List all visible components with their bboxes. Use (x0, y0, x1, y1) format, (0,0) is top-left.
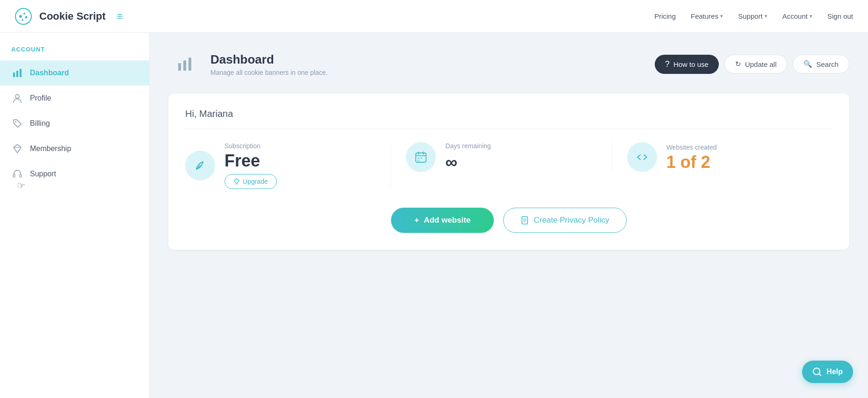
svg-marker-10 (14, 145, 21, 153)
sidebar-item-dashboard[interactable]: Dashboard (0, 60, 149, 86)
document-icon (521, 216, 529, 224)
update-all-button[interactable]: ↻ Update all (724, 55, 788, 73)
nav-left: Cookie Script ≡ (15, 8, 123, 25)
cursor-hand-icon: ☞ (16, 180, 26, 192)
websites-created-value: 1 of 2 (666, 154, 717, 171)
svg-rect-23 (420, 158, 422, 159)
sidebar-item-membership-label: Membership (30, 145, 71, 153)
svg-rect-5 (13, 72, 15, 77)
question-circle-icon: ? (665, 59, 670, 69)
page-header: Dashboard Manage all cookie banners in o… (168, 48, 849, 80)
account-chevron-icon: ▾ (810, 13, 812, 19)
svg-rect-12 (13, 174, 15, 177)
how-to-use-button[interactable]: ? How to use (655, 55, 719, 74)
websites-created-stat: Websites created 1 of 2 (612, 142, 832, 172)
sidebar: ACCOUNT Dashboard Profile (0, 33, 150, 398)
svg-rect-22 (418, 158, 420, 159)
svg-point-8 (15, 94, 19, 98)
search-icon: 🔍 (803, 60, 812, 68)
svg-point-4 (22, 19, 23, 21)
sidebar-item-profile[interactable]: Profile (0, 86, 149, 111)
subscription-info: Subscription Free Upgrade (224, 142, 277, 189)
create-privacy-policy-label: Create Privacy Policy (534, 216, 609, 225)
plus-icon: + (414, 216, 419, 225)
page-header-left: Dashboard Manage all cookie banners in o… (168, 48, 328, 80)
help-button[interactable]: Help (802, 361, 853, 383)
add-website-button[interactable]: + Add website (391, 208, 494, 233)
refresh-icon: ↻ (735, 60, 741, 68)
nav-features[interactable]: Features ▾ (691, 12, 723, 20)
chart-bar-icon (11, 67, 23, 79)
page-header-icon-wrap (168, 48, 201, 80)
help-label: Help (826, 368, 843, 376)
tag-icon (11, 117, 23, 130)
svg-rect-6 (16, 71, 18, 77)
sidebar-item-dashboard-label: Dashboard (30, 69, 69, 77)
sidebar-item-billing[interactable]: Billing (0, 111, 149, 136)
subscription-icon-circle (185, 151, 215, 181)
search-button[interactable]: 🔍 Search (793, 55, 849, 73)
svg-point-0 (15, 8, 31, 24)
svg-rect-16 (188, 58, 191, 71)
user-icon (11, 92, 23, 104)
help-search-icon (812, 367, 822, 376)
nav-right: Pricing Features ▾ Support ▾ Account ▾ S… (654, 12, 853, 20)
diamond-small-icon (233, 178, 240, 185)
sidebar-item-billing-label: Billing (30, 119, 50, 128)
days-remaining-info: Days remaining ∞ (445, 142, 491, 172)
websites-created-info: Websites created 1 of 2 (666, 144, 717, 171)
nav-account[interactable]: Account ▾ (782, 12, 812, 20)
nav-support[interactable]: Support ▾ (738, 12, 767, 20)
svg-point-2 (23, 13, 25, 14)
greeting-text: Hi, Mariana (185, 109, 832, 129)
code-icon (636, 151, 649, 164)
main-content: Dashboard Manage all cookie banners in o… (150, 33, 868, 398)
hamburger-icon[interactable]: ≡ (117, 10, 123, 22)
svg-rect-15 (183, 60, 186, 71)
leaf-icon (194, 159, 207, 172)
sidebar-item-support[interactable]: Support ☞ (0, 161, 149, 187)
calendar-icon (414, 151, 427, 164)
sidebar-item-membership[interactable]: Membership (0, 136, 149, 161)
subscription-stat: Subscription Free Upgrade (185, 142, 391, 189)
page-title: Dashboard (210, 52, 328, 67)
actions-row: + Add website Create Privacy Policy (185, 208, 832, 233)
add-website-label: Add website (424, 216, 470, 225)
brand-name: Cookie Script (39, 10, 106, 22)
websites-created-label: Websites created (666, 144, 717, 151)
days-remaining-stat: Days remaining ∞ (391, 142, 612, 172)
code-icon-circle (627, 142, 657, 172)
svg-rect-14 (178, 63, 181, 71)
days-remaining-value: ∞ (445, 152, 491, 172)
days-remaining-label: Days remaining (445, 142, 491, 150)
nav-sign-out[interactable]: Sign out (827, 12, 853, 20)
top-nav: Cookie Script ≡ Pricing Features ▾ Suppo… (0, 0, 868, 33)
stats-row: Subscription Free Upgrade (185, 142, 832, 189)
sidebar-item-support-label: Support (30, 170, 56, 178)
subscription-value: Free (224, 152, 277, 169)
svg-point-3 (25, 16, 28, 18)
upgrade-button[interactable]: Upgrade (224, 174, 277, 189)
app-layout: ACCOUNT Dashboard Profile (0, 33, 868, 398)
svg-point-9 (15, 121, 16, 123)
svg-point-1 (19, 15, 22, 18)
svg-marker-17 (234, 179, 239, 184)
page-header-text: Dashboard Manage all cookie banners in o… (210, 52, 328, 76)
headset-icon (11, 168, 23, 180)
logo-icon (15, 8, 32, 25)
calendar-icon-circle (406, 142, 436, 172)
subscription-label: Subscription (224, 142, 277, 150)
page-subtitle: Manage all cookie banners in one place. (210, 69, 328, 76)
support-chevron-icon: ▾ (765, 13, 767, 19)
svg-rect-7 (20, 69, 22, 77)
features-chevron-icon: ▾ (720, 13, 723, 19)
svg-rect-13 (20, 174, 22, 177)
dashboard-page-icon (177, 57, 192, 72)
svg-rect-24 (418, 160, 420, 161)
create-privacy-policy-button[interactable]: Create Privacy Policy (503, 208, 627, 233)
page-header-actions: ? How to use ↻ Update all 🔍 Search (655, 55, 849, 74)
nav-pricing[interactable]: Pricing (654, 12, 676, 20)
diamond-icon (11, 143, 23, 155)
sidebar-section-label: ACCOUNT (0, 46, 149, 60)
sidebar-item-profile-label: Profile (30, 94, 51, 102)
